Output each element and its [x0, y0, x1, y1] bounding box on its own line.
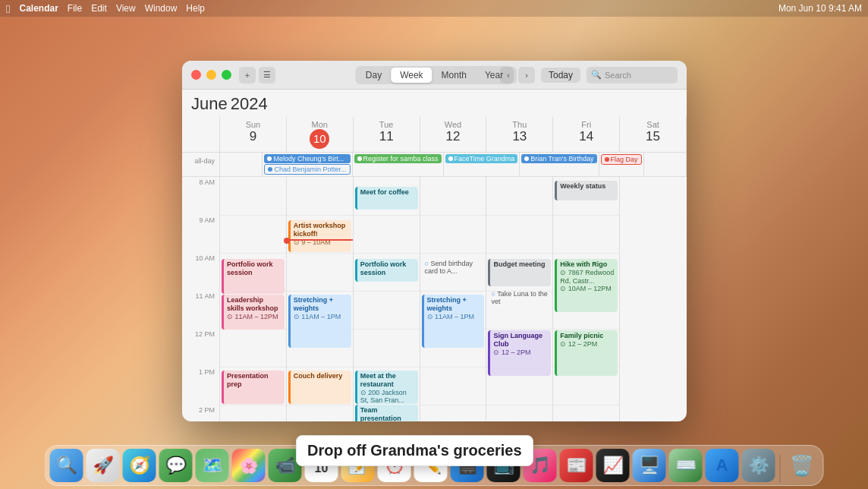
event-dot	[605, 157, 609, 162]
allday-event-flagday[interactable]: Flag Day	[601, 154, 642, 165]
menubar-datetime: Mon Jun 10 9:41 AM	[778, 3, 862, 14]
event-weekly-status[interactable]: Weekly status	[555, 181, 618, 200]
tab-day[interactable]: Day	[357, 68, 391, 83]
minimize-button[interactable]	[206, 70, 216, 80]
time-grid: 8 AM 9 AM 10 AM 11 AM 12 PM 1 PM 2 PM 3 …	[182, 177, 687, 421]
event-portfolio-tue[interactable]: Portfolio work session	[355, 259, 418, 282]
allday-cell-tue: Register for samba class	[353, 153, 444, 176]
allday-event-samba[interactable]: Register for samba class	[354, 154, 442, 163]
time-label-1pm: 1 PM	[182, 367, 220, 405]
maximize-button[interactable]	[222, 70, 231, 80]
traffic-lights	[191, 70, 231, 80]
time-label-2pm: 2 PM	[182, 405, 220, 421]
prev-week-button[interactable]: ‹	[500, 67, 517, 84]
event-portfolio-sun[interactable]: Portfolio work session	[222, 259, 285, 294]
event-hike-rigo[interactable]: Hike with Rigo ⊙ 7867 Redwood Rd, Castr.…	[555, 259, 618, 312]
day-header-wed: Wed 12	[420, 117, 487, 152]
dock-systemprefs[interactable]: ⚙️	[742, 449, 775, 482]
day-column-thu: Budget meeting ○ Take Luna to the vet Si…	[486, 177, 553, 421]
toolbar-new-event[interactable]: +	[239, 67, 256, 84]
dock-messages[interactable]: 💬	[159, 449, 193, 482]
dock-scripteditor[interactable]: ⌨️	[669, 449, 703, 482]
event-meet-restaurant[interactable]: Meet at the restaurant ⊙ 200 Jackson St,…	[355, 371, 418, 404]
time-label-8am: 8 AM	[182, 177, 220, 215]
next-week-button[interactable]: ›	[518, 67, 535, 84]
event-dot	[357, 156, 362, 161]
menu-help[interactable]: Help	[186, 3, 205, 14]
dock-launchpad[interactable]: 🚀	[86, 449, 120, 482]
allday-event-brian[interactable]: Brian Tran's Birthday	[521, 154, 596, 163]
day-column-sun: Portfolio work session Leadership skills…	[220, 177, 287, 421]
allday-event-melody[interactable]: Melody Cheung's Birt...	[264, 154, 350, 163]
search-box[interactable]: 🔍 Search	[587, 67, 678, 84]
menu-window[interactable]: Window	[145, 3, 178, 14]
time-label-11am: 11 AM	[182, 291, 220, 329]
event-stretching-wed[interactable]: Stretching + weights ⊙ 11AM – 1PM	[422, 295, 485, 348]
titlebar: + ☰ Day Week Month Year ‹ › Today 🔍 Sear…	[182, 61, 687, 90]
event-meet-coffee[interactable]: Meet for coffee	[355, 187, 418, 210]
event-team-pres[interactable]: Team presentation ⊙ 2 – 3PM	[355, 405, 418, 421]
dock-trash[interactable]: 🗑️	[785, 449, 819, 482]
day-column-tue: Meet for coffee Portfolio work session M…	[354, 177, 420, 421]
event-tooltip: Drop off Grandma's groceries	[296, 435, 533, 466]
day-header-tue: Tue 11	[354, 117, 420, 152]
dock-photos[interactable]: 🌸	[232, 449, 266, 482]
menu-view[interactable]: View	[116, 3, 136, 14]
tab-month[interactable]: Month	[432, 68, 476, 83]
time-label-12pm: 12 PM	[182, 329, 220, 367]
allday-cell-mon: Melody Cheung's Birt... Chad Benjamin Po…	[263, 153, 352, 176]
calendar-window: + ☰ Day Week Month Year ‹ › Today 🔍 Sear…	[182, 61, 687, 421]
allday-cell-thu: Brian Tran's Birthday	[520, 153, 599, 176]
menu-edit[interactable]: Edit	[91, 3, 107, 14]
event-dot	[448, 156, 453, 161]
view-tabs: Day Week Month Year	[355, 66, 514, 84]
time-labels: 8 AM 9 AM 10 AM 11 AM 12 PM 1 PM 2 PM 3 …	[182, 177, 220, 421]
event-luna-vet[interactable]: ○ Take Luna to the vet	[488, 289, 551, 306]
event-presentation-prep[interactable]: Presentation prep	[222, 371, 285, 404]
menubar-right: Mon Jun 10 9:41 AM	[778, 3, 862, 14]
day-header-thu: Thu 13	[486, 117, 553, 152]
app-name[interactable]: Calendar	[19, 3, 58, 14]
day-header-sat: Sat 15	[620, 117, 687, 152]
today-button[interactable]: Today	[541, 68, 580, 83]
event-family-picnic[interactable]: Family picnic ⊙ 12 – 2PM	[555, 330, 618, 376]
header-spacer	[182, 117, 220, 152]
event-sign-language[interactable]: Sign Language Club ⊙ 12 – 2PM	[488, 330, 551, 376]
allday-event-facetime[interactable]: FaceTime Grandma	[445, 154, 518, 163]
day-header-fri: Fri 14	[553, 117, 620, 152]
time-label-10am: 10 AM	[182, 253, 220, 291]
event-artist-workshop[interactable]: Artist workshop kickoff! ⊙ 9 – 10AM	[288, 220, 351, 252]
day-column-mon: Artist workshop kickoff! ⊙ 9 – 10AM Stre…	[287, 177, 354, 421]
event-leadership[interactable]: Leadership skills workshop ⊙ 11AM – 12PM	[222, 295, 285, 330]
allday-event-chad[interactable]: Chad Benjamin Potter...	[264, 164, 350, 175]
event-stretching-mon[interactable]: Stretching + weights ⊙ 11AM – 1PM	[288, 295, 351, 348]
dock-finder[interactable]: 🔍	[50, 449, 83, 482]
allday-row: all-day Melody Cheung's Birt... Chad Ben…	[182, 153, 687, 177]
dock-stocks[interactable]: 📈	[596, 449, 630, 482]
dock-news[interactable]: 📰	[560, 449, 593, 482]
day-column-wed: ○ Send birthday card to A... Stretching …	[420, 177, 487, 421]
apple-icon[interactable]: 	[6, 2, 10, 15]
day-header-mon: Mon 10	[287, 117, 354, 152]
event-dot	[524, 156, 529, 161]
toolbar-view-options[interactable]: ☰	[259, 67, 275, 84]
event-birthday-card[interactable]: ○ Send birthday card to A...	[422, 259, 485, 276]
toolbar-nav: + ☰	[239, 67, 275, 84]
dock-separator	[780, 455, 781, 482]
tab-week[interactable]: Week	[391, 68, 432, 83]
event-dot	[268, 167, 272, 172]
menu-file[interactable]: File	[68, 3, 82, 14]
dock-safari[interactable]: 🧭	[123, 449, 156, 482]
menubar-left:  Calendar File Edit View Window Help	[6, 2, 205, 15]
event-budget-meeting[interactable]: Budget meeting	[488, 259, 551, 286]
event-dot	[267, 156, 272, 161]
nav-arrows: ‹ ›	[500, 67, 535, 84]
allday-cell-fri: Flag Day	[599, 153, 644, 176]
calendar-header: June 2024	[182, 90, 687, 117]
dock-appstore[interactable]: A	[706, 449, 739, 482]
dock-maps[interactable]: 🗺️	[196, 449, 229, 482]
dock-keynote[interactable]: 🖥️	[633, 449, 666, 482]
allday-cell-sun	[220, 153, 263, 176]
event-couch-delivery[interactable]: Couch delivery	[288, 371, 351, 404]
close-button[interactable]	[191, 70, 201, 80]
